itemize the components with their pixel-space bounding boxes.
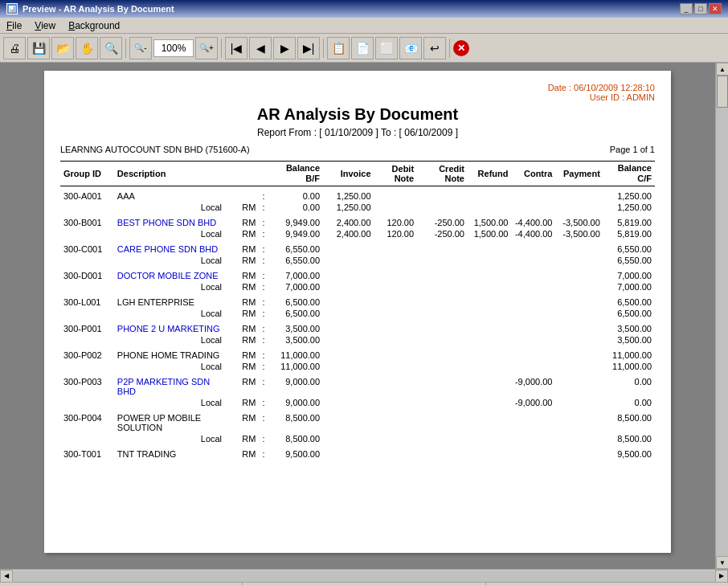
toolbar-btn-zoom-in[interactable]: 🔍+ [195,37,218,59]
horizontal-scrollbar[interactable]: ◀ ▶ [0,569,728,582]
cell-credit [417,186,468,202]
subcell-balance-cf: 3,500.00 [603,334,655,346]
cell-payment [555,239,603,255]
toolbar-btn-3[interactable]: 📂 [51,37,74,59]
cell-credit [417,239,468,255]
toolbar-btn-7[interactable]: 📄 [351,37,374,59]
subcell-currency: RM [228,202,259,213]
subcell-payment [555,202,603,213]
menu-view[interactable]: View [31,19,59,32]
status-bar: Current Page No: 1 Total Page No: 1 Zoom… [0,582,728,585]
page-info: Page 1 of 1 [610,145,655,154]
toolbar-btn-next[interactable]: ▶ [273,37,296,59]
table-row: 300-B001 BEST PHONE SDN BHD RM : 9,949.0… [60,213,655,228]
subcell-contra [511,361,555,372]
scroll-down-button[interactable]: ▼ [716,556,728,569]
cell-credit: -250.00 [417,213,468,228]
subcell-balance-cf: 11,000.00 [603,361,655,372]
report-container[interactable]: Date : 06/10/2009 12:28:10 User ID : ADM… [0,63,715,569]
subcell-debit [374,433,418,444]
toolbar-btn-first[interactable]: |◀ [225,37,247,59]
scroll-left-button[interactable]: ◀ [0,570,13,583]
subcell-balance-bf: 9,949.00 [268,228,324,239]
cell-debit [374,408,418,433]
zoom-input[interactable]: 100% [153,39,194,57]
toolbar-btn-9[interactable]: 📧 [399,37,422,59]
subcell-payment: -3,500.00 [555,228,603,239]
subcell-local-label: Local [114,228,228,239]
subcell-colon: : [259,202,268,213]
cell-group-id: 300-C001 [60,239,114,255]
close-button[interactable]: ✕ [709,3,722,14]
table-row: 300-P003 P2P MARKETING SDN BHD RM : 9,00… [60,372,655,397]
cell-refund [468,372,512,397]
cell-balance-cf: 1,250.00 [603,186,655,202]
subcell-balance-bf: 9,000.00 [268,397,324,408]
cell-balance-cf: 11,000.00 [603,346,655,361]
subcell-local-label: Local [114,255,228,266]
toolbar-btn-8[interactable]: ⬜ [375,37,398,59]
toolbar-btn-5[interactable]: 🔍 [100,37,122,59]
subcell-refund [468,361,512,372]
subcell-local-label: Local [114,308,228,319]
subcell-local-label: Local [114,397,228,408]
cell-invoice [323,319,374,334]
toolbar-btn-1[interactable]: 🖨 [3,37,26,59]
scroll-track[interactable] [716,76,728,556]
cell-description: AAA [114,186,228,202]
horiz-scroll-track[interactable] [13,571,715,582]
cell-debit [374,292,418,308]
maximize-button[interactable]: □ [694,3,707,14]
subcell-contra: -4,400.00 [511,228,555,239]
cell-balance-bf: 7,000.00 [268,266,324,281]
toolbar-btn-zoom-out[interactable]: 🔍- [129,37,152,59]
col-header-payment: Payment [555,162,603,186]
subcell-balance-cf: 5,819.00 [603,228,655,239]
cell-payment [555,444,603,460]
subcell-refund [468,308,512,319]
cell-group-id: 300-P004 [60,408,114,433]
cell-currency: RM [228,444,259,460]
cell-invoice [323,239,374,255]
subcell-payment [555,361,603,372]
cell-refund [468,239,512,255]
subcell-credit [417,433,468,444]
subcell-currency: RM [228,255,259,266]
cell-balance-bf: 9,000.00 [268,372,324,397]
subcell-invoice [323,308,374,319]
main-area: Date : 06/10/2009 12:28:10 User ID : ADM… [0,63,728,569]
cell-payment [555,319,603,334]
toolbar-btn-prev[interactable]: ◀ [249,37,272,59]
toolbar-btn-4[interactable]: ✋ [76,37,98,59]
table-row: 300-P001 PHONE 2 U MARKETING RM : 3,500.… [60,319,655,334]
toolbar-btn-last[interactable]: ▶| [297,37,320,59]
subcell-empty [60,334,114,346]
subcell-contra [511,308,555,319]
cell-credit [417,372,468,397]
cell-description: PHONE 2 U MARKETING [114,319,228,334]
table-row: 300-T001 TNT TRADING RM : 9,500.00 9,500… [60,444,655,460]
table-row: 300-A001 AAA : 0.00 1,250.00 1,250.00 [60,186,655,202]
minimize-button[interactable]: _ [680,3,693,14]
cell-payment: -3,500.00 [555,213,603,228]
subcell-colon: : [259,308,268,319]
toolbar-btn-2[interactable]: 💾 [27,37,50,59]
menu-file[interactable]: File [3,19,25,32]
subcell-invoice [323,397,374,408]
userid-value: ADMIN [627,92,655,102]
cell-credit [417,346,468,361]
scroll-up-button[interactable]: ▲ [716,63,728,76]
table-row: 300-C001 CARE PHONE SDN BHD RM : 6,550.0… [60,239,655,255]
menu-background[interactable]: Background [65,19,123,32]
toolbar-close-button[interactable]: ✕ [453,40,469,56]
table-subrow: Local RM : 7,000.00 7,000.00 [60,281,655,292]
toolbar-btn-10[interactable]: ↩ [423,37,446,59]
subcell-empty [60,255,114,266]
vertical-scrollbar[interactable]: ▲ ▼ [715,63,728,569]
subcell-payment [555,255,603,266]
toolbar-btn-6[interactable]: 📋 [327,37,350,59]
subcell-balance-bf: 6,500.00 [268,308,324,319]
subcell-colon: : [259,281,268,292]
scroll-right-button[interactable]: ▶ [715,570,728,583]
scroll-thumb[interactable] [717,76,728,108]
